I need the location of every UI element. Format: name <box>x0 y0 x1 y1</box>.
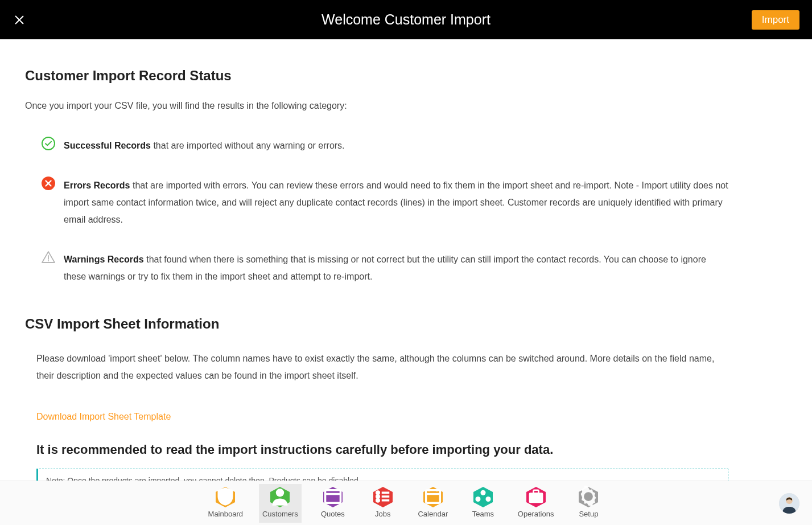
svg-point-17 <box>377 495 380 498</box>
status-text: Warnings Records that found when there i… <box>64 251 728 285</box>
nav-teams[interactable]: Teams <box>464 484 502 523</box>
svg-point-2 <box>42 137 55 150</box>
download-template-link[interactable]: Download Import Sheet Template <box>36 412 171 422</box>
nav-label: Customers <box>262 510 298 518</box>
svg-point-29 <box>485 497 491 502</box>
status-label: Warnings Records <box>64 255 144 264</box>
status-desc: that are imported without any warning or… <box>151 141 345 150</box>
csv-heading: CSV Import Sheet Information <box>25 316 728 332</box>
svg-point-10 <box>276 489 284 497</box>
status-label: Successful Records <box>64 141 151 150</box>
status-desc: that found when there is something that … <box>64 255 706 281</box>
status-heading: Customer Import Record Status <box>25 68 728 84</box>
nav-calendar[interactable]: Calendar <box>414 484 452 523</box>
status-text: Successful Records that are imported wit… <box>64 137 345 154</box>
svg-point-19 <box>377 499 380 502</box>
svg-rect-31 <box>529 493 543 503</box>
nav-label: Teams <box>472 510 494 518</box>
nav-jobs[interactable]: Jobs <box>364 484 402 523</box>
close-icon <box>14 14 25 26</box>
status-list: Successful Records that are imported wit… <box>41 137 728 285</box>
nav-mainboard[interactable]: Mainboard <box>205 484 246 523</box>
briefcase-icon <box>526 488 546 506</box>
nav-label: Operations <box>518 510 554 518</box>
csv-section: CSV Import Sheet Information Please down… <box>25 316 728 481</box>
status-intro: Once you import your CSV file, you will … <box>25 101 728 111</box>
recommendation-text: It is recommended to read the import ins… <box>36 442 728 457</box>
content-scroll[interactable]: Customer Import Record Status Once you i… <box>0 39 812 481</box>
bottom-nav: Mainboard Customers Quotes Jobs <box>0 481 812 525</box>
shield-icon <box>215 488 236 506</box>
svg-rect-22 <box>426 490 440 503</box>
gear-icon <box>578 488 599 506</box>
svg-rect-12 <box>325 490 340 503</box>
error-icon <box>41 176 56 191</box>
svg-rect-32 <box>533 490 538 493</box>
svg-point-34 <box>586 494 591 499</box>
close-button[interactable] <box>13 13 26 27</box>
nav-label: Jobs <box>375 510 390 518</box>
nav-label: Mainboard <box>208 510 243 518</box>
calendar-icon <box>423 488 443 506</box>
warning-icon <box>41 250 56 265</box>
teams-icon <box>473 488 493 506</box>
status-label: Errors Records <box>64 181 130 190</box>
person-icon <box>270 488 290 506</box>
svg-point-27 <box>480 490 485 495</box>
nav-label: Quotes <box>321 510 345 518</box>
import-button[interactable]: Import <box>752 10 799 30</box>
status-item-error: Errors Records that are imported with er… <box>41 177 728 228</box>
nav-label: Calendar <box>418 510 448 518</box>
quotes-icon <box>323 488 343 506</box>
nav-customers[interactable]: Customers <box>259 484 302 523</box>
svg-point-7 <box>48 260 49 261</box>
note-box: Note: Once the products are imported, yo… <box>36 469 728 481</box>
svg-point-28 <box>475 497 480 502</box>
jobs-icon <box>373 488 393 506</box>
user-avatar[interactable] <box>779 493 799 514</box>
nav-operations[interactable]: Operations <box>514 484 558 523</box>
status-desc: that are imported with errors. You can r… <box>64 181 728 224</box>
modal-title: Welcome Customer Import <box>321 11 491 28</box>
nav-label: Setup <box>579 510 598 518</box>
success-icon <box>41 136 56 151</box>
csv-description: Please download 'import sheet' below. Th… <box>36 350 728 384</box>
status-text: Errors Records that are imported with er… <box>64 177 728 228</box>
nav-setup[interactable]: Setup <box>570 484 607 523</box>
svg-point-15 <box>377 491 380 494</box>
status-item-warning: Warnings Records that found when there i… <box>41 251 728 285</box>
content-body: Customer Import Record Status Once you i… <box>0 39 751 481</box>
nav-quotes[interactable]: Quotes <box>314 484 352 523</box>
modal-header: Welcome Customer Import Import <box>0 0 812 39</box>
status-item-success: Successful Records that are imported wit… <box>41 137 728 154</box>
avatar-icon <box>779 493 799 514</box>
